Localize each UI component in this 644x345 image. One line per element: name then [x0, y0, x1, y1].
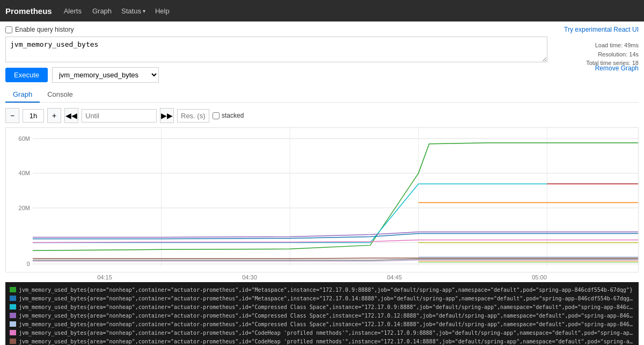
legend-text: jvm_memory_used_bytes{area="nonheap",con… [19, 286, 633, 293]
query-area: jvm_memory_used_bytes [5, 37, 547, 64]
graph-link[interactable]: Graph [91, 5, 113, 17]
res-input[interactable] [177, 109, 209, 123]
until-input[interactable] [82, 109, 157, 123]
legend-item: jvm_memory_used_bytes{area="nonheap",con… [10, 337, 634, 345]
svg-text:20M: 20M [19, 205, 30, 211]
svg-text:0: 0 [27, 261, 30, 267]
legend-item: jvm_memory_used_bytes{area="nonheap",con… [10, 311, 634, 320]
query-input[interactable]: jvm_memory_used_bytes [5, 37, 547, 62]
tab-graph[interactable]: Graph [5, 87, 40, 103]
legend-item: jvm_memory_used_bytes{area="nonheap",con… [10, 294, 634, 303]
duration-input[interactable] [23, 109, 44, 123]
load-time: Load time: 49ms [586, 41, 639, 50]
resolution: Resolution: 14s [586, 50, 639, 59]
time-label-3: 04:45 [387, 274, 402, 281]
execute-button[interactable]: Execute [5, 68, 48, 82]
svg-rect-0 [6, 128, 33, 272]
status-dropdown[interactable]: Status ▾ [121, 5, 145, 17]
stacked-checkbox[interactable] [213, 112, 219, 119]
chart-container: 60M 40M 20M 0 [5, 127, 639, 272]
legend-color-box [10, 304, 16, 310]
help-link[interactable]: Help [154, 5, 171, 17]
time-label-1: 04:15 [97, 274, 112, 281]
metric-select[interactable]: jvm_memory_used_bytes [52, 67, 159, 83]
status-label: Status [121, 7, 141, 15]
back-button[interactable]: ◀◀ [64, 108, 78, 123]
main-content: Enable query history Try experimental Re… [0, 21, 644, 345]
legend-item: jvm_memory_used_bytes{area="nonheap",con… [10, 328, 634, 337]
time-labels: 04:15 04:30 04:45 05:00 [5, 272, 639, 282]
legend-color-box [10, 296, 16, 301]
time-label-2: 04:30 [242, 274, 257, 281]
enable-query-history-checkbox[interactable] [5, 26, 12, 33]
legend-color-box [10, 339, 16, 344]
tab-console[interactable]: Console [40, 87, 80, 103]
brand: Prometheus [5, 6, 52, 16]
time-label-4: 05:00 [532, 274, 547, 281]
try-experimental-link[interactable]: Try experimental React UI [564, 26, 639, 33]
legend-color-box [10, 313, 16, 318]
legend-text: jvm_memory_used_bytes{area="nonheap",con… [19, 321, 634, 328]
execute-row: Execute jvm_memory_used_bytes [5, 67, 639, 83]
svg-text:40M: 40M [19, 170, 30, 176]
legend-text: jvm_memory_used_bytes{area="nonheap",con… [19, 295, 634, 302]
nav-links: Alerts Graph Status ▾ Help [63, 5, 171, 17]
zoom-out-button[interactable]: − [5, 108, 19, 123]
chart-svg: 60M 40M 20M 0 [6, 128, 638, 272]
legend-text: jvm_memory_used_bytes{area="nonheap",con… [19, 338, 634, 345]
enable-query-history-label[interactable]: Enable query history [5, 26, 74, 33]
zoom-in-button[interactable]: + [47, 108, 61, 123]
svg-text:60M: 60M [19, 135, 30, 142]
alerts-link[interactable]: Alerts [63, 5, 83, 17]
graph-controls: − + ◀◀ ▶▶ stacked [5, 108, 639, 123]
legend-text: jvm_memory_used_bytes{area="nonheap",con… [19, 304, 634, 311]
load-info: Load time: 49ms Resolution: 14s Total ti… [586, 41, 639, 68]
legend-color-box [10, 321, 16, 327]
legend-item: jvm_memory_used_bytes{area="nonheap",con… [10, 285, 634, 294]
remove-graph-link[interactable]: Remove Graph [595, 64, 639, 72]
legend-item: jvm_memory_used_bytes{area="nonheap",con… [10, 320, 634, 328]
legend-color-box [10, 287, 16, 292]
tabs: Graph Console [5, 87, 639, 103]
status-caret-icon: ▾ [143, 8, 145, 14]
stacked-label[interactable]: stacked [213, 112, 244, 119]
legend: jvm_memory_used_bytes{area="nonheap",con… [5, 282, 639, 345]
legend-text: jvm_memory_used_bytes{area="nonheap",con… [19, 312, 634, 319]
legend-item: jvm_memory_used_bytes{area="nonheap",con… [10, 303, 634, 311]
top-bar: Enable query history Try experimental Re… [5, 26, 639, 33]
legend-text: jvm_memory_used_bytes{area="nonheap",con… [19, 329, 634, 336]
navbar: Prometheus Alerts Graph Status ▾ Help [0, 0, 644, 21]
stacked-text: stacked [222, 112, 244, 119]
forward-button[interactable]: ▶▶ [160, 108, 174, 123]
legend-color-box [10, 330, 16, 335]
